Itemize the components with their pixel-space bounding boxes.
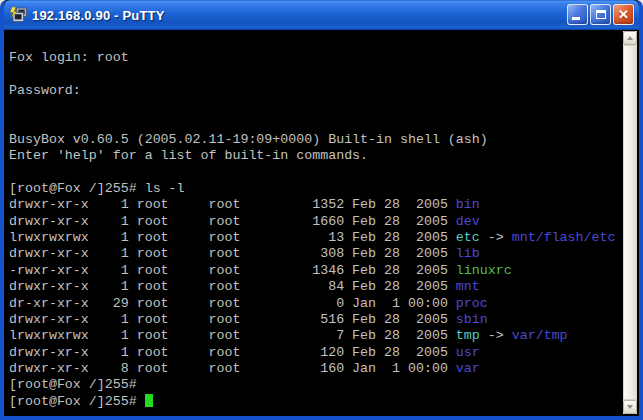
window-title: 192.168.0.90 - PuTTY: [32, 8, 567, 23]
terminal-line: drwxr-xr-x 1 root root 120 Feb 28 2005 u…: [9, 345, 619, 361]
maximize-icon: [596, 10, 606, 19]
terminal-line: drwxr-xr-x 1 root root 516 Feb 28 2005 s…: [9, 312, 619, 328]
terminal-line: [9, 99, 619, 115]
close-button[interactable]: ✕: [613, 4, 634, 25]
terminal-line: [9, 67, 619, 83]
terminal-cursor: [145, 394, 153, 407]
minimize-icon: [572, 17, 580, 20]
terminal-line: drwxr-xr-x 8 root root 160 Jan 1 00:00 v…: [9, 361, 619, 377]
terminal-line: -rwxr-xr-x 1 root root 1346 Feb 28 2005 …: [9, 263, 619, 279]
scroll-up-button[interactable]: [623, 31, 637, 45]
scrollbar[interactable]: [623, 31, 637, 414]
terminal-line: [root@Fox /]255# ls -l: [9, 181, 619, 197]
close-icon: ✕: [618, 8, 629, 21]
terminal-line: lrwxrwxrwx 1 root root 13 Feb 28 2005 et…: [9, 230, 619, 246]
terminal-line: [9, 165, 619, 181]
putty-app-icon[interactable]: [10, 7, 28, 23]
terminal-line: [9, 34, 619, 50]
scroll-down-button[interactable]: [623, 400, 637, 414]
terminal-line: lrwxrwxrwx 1 root root 7 Feb 28 2005 tmp…: [9, 328, 619, 344]
terminal-line: dr-xr-xr-x 29 root root 0 Jan 1 00:00 pr…: [9, 296, 619, 312]
terminal-line: [root@Fox /]255#: [9, 377, 619, 393]
maximize-button[interactable]: [590, 4, 611, 25]
window-controls: ✕: [567, 4, 634, 25]
terminal-line: Password:: [9, 83, 619, 99]
terminal-line: [9, 116, 619, 132]
arrow-down-icon: [627, 405, 633, 409]
minimize-button[interactable]: [567, 4, 588, 25]
terminal-line: Enter 'help' for a list of built-in comm…: [9, 148, 619, 164]
titlebar[interactable]: 192.168.0.90 - PuTTY ✕: [4, 0, 639, 30]
terminal-line: drwxr-xr-x 1 root root 1660 Feb 28 2005 …: [9, 214, 619, 230]
terminal-line: drwxr-xr-x 1 root root 308 Feb 28 2005 l…: [9, 246, 619, 262]
terminal-line: drwxr-xr-x 1 root root 84 Feb 28 2005 mn…: [9, 279, 619, 295]
terminal-screen[interactable]: Fox login: rootPassword:BusyBox v0.60.5 …: [4, 30, 639, 416]
terminal-output: Fox login: rootPassword:BusyBox v0.60.5 …: [9, 34, 619, 416]
terminal-line: [root@Fox /]255#: [9, 394, 619, 410]
scrollbar-thumb[interactable]: [623, 45, 637, 400]
arrow-up-icon: [627, 36, 633, 40]
terminal-line: drwxr-xr-x 1 root root 1352 Feb 28 2005 …: [9, 197, 619, 213]
terminal-line: Fox login: root: [9, 50, 619, 66]
terminal-line: BusyBox v0.60.5 (2005.02.11-19:09+0000) …: [9, 132, 619, 148]
scrollbar-track[interactable]: [623, 45, 637, 400]
putty-window: 192.168.0.90 - PuTTY ✕ Fox login: rootPa…: [0, 0, 643, 420]
